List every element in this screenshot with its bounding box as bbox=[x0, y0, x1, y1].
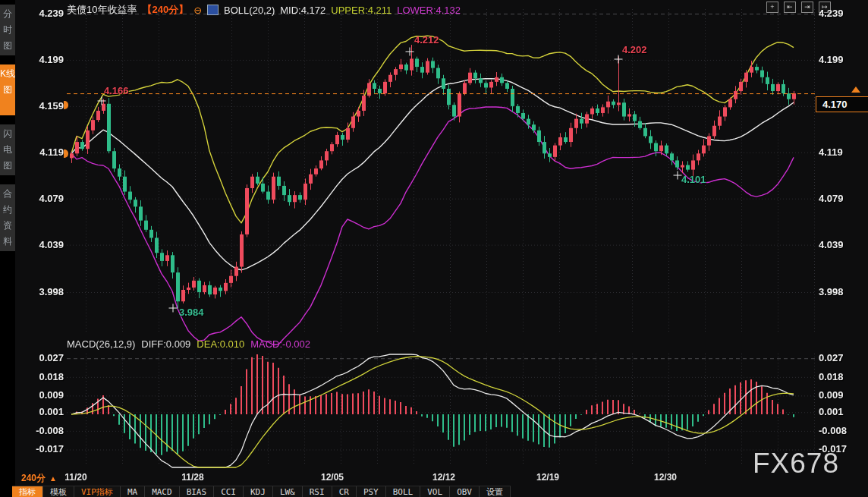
price-axis-label: 4.119 bbox=[18, 146, 64, 159]
macd-header: MACD(26,12,9) DIFF:0.009 DEA:0.010 MACD:… bbox=[67, 338, 310, 350]
annotation-high: 4.202 bbox=[622, 44, 647, 55]
price-axis-label: 3.998 bbox=[18, 286, 64, 298]
macd-axis-label: 0.001 bbox=[18, 406, 64, 418]
price-axis-label: 4.079 bbox=[819, 193, 864, 205]
high-cross-marker bbox=[98, 97, 106, 105]
macd-axis-label: 0.027 bbox=[819, 352, 864, 364]
toolbar-tab-indicators[interactable]: 指标 bbox=[12, 486, 43, 497]
toolbar-tab-vip-indicators[interactable]: VIP指标 bbox=[74, 486, 121, 497]
annotation-high: 4.166 bbox=[104, 85, 129, 96]
macd-params-label: MACD(26,12,9) bbox=[67, 338, 135, 350]
toolbar-item-cr[interactable]: CR bbox=[332, 486, 357, 497]
toolbar-item-vol[interactable]: VOL bbox=[420, 486, 450, 497]
boll-params-label: BOLL(20,2) bbox=[224, 5, 275, 16]
price-axis-label: 4.199 bbox=[18, 54, 64, 66]
macd-axis-label: 0.018 bbox=[819, 371, 864, 383]
price-axis-label: 4.119 bbox=[819, 146, 864, 159]
chart-header: 美债10年收益率 【240分】 ⊖ BOLL(20,2) MID:4.172 U… bbox=[67, 4, 461, 16]
macd-axis-label: 0.027 bbox=[18, 352, 64, 364]
toolbar-item-cci[interactable]: CCI bbox=[214, 486, 244, 497]
axis-scale-left-icon[interactable]: ⇤ bbox=[784, 2, 796, 13]
sidebar-tab-time-chart[interactable]: 分时图 bbox=[0, 5, 15, 55]
axis-scale-right-icon[interactable]: ⇥ bbox=[801, 2, 813, 13]
candlestick-chart-canvas[interactable] bbox=[0, 0, 868, 497]
annotation-high: 4.212 bbox=[414, 34, 439, 46]
macd-axis-label: -0.017 bbox=[18, 443, 64, 455]
price-axis-label: 4.239 bbox=[819, 8, 864, 20]
toolbar-item-obv[interactable]: OBV bbox=[450, 486, 480, 497]
boll-mid-value: MID:4.172 bbox=[280, 5, 326, 16]
macd-axis-label: 0.001 bbox=[819, 406, 864, 418]
macd-axis-label: 0.018 bbox=[18, 371, 64, 383]
sidebar-tab-kline-chart[interactable]: K线图 bbox=[0, 64, 15, 115]
high-cross-marker bbox=[406, 48, 414, 56]
price-axis-label: 4.039 bbox=[18, 239, 64, 251]
price-axis-label: 4.039 bbox=[819, 239, 864, 251]
toolbar-item-ma[interactable]: MA bbox=[121, 486, 145, 497]
left-sidebar: 分时图 K线图 闪电图 合约资料 bbox=[0, 0, 15, 497]
date-axis-label: 12/05 bbox=[321, 472, 344, 483]
toolbar-item-bias[interactable]: BIAS bbox=[180, 486, 215, 497]
price-marker-arrow-icon bbox=[851, 87, 860, 93]
macd-dea-value: DEA:0.010 bbox=[197, 338, 244, 350]
date-axis-label: 12/19 bbox=[536, 472, 559, 483]
price-axis-label: 4.159 bbox=[18, 100, 64, 112]
chart-application-window: 分时图 K线图 闪电图 合约资料 美债10年收益率 【240分】 ⊖ BOLL(… bbox=[0, 0, 868, 497]
period-label: 【240分】 bbox=[142, 3, 188, 17]
date-axis-label: 11/28 bbox=[181, 472, 203, 483]
toolbar-item-boll[interactable]: BOLL bbox=[386, 486, 421, 497]
annotation-low: 4.101 bbox=[681, 174, 706, 185]
period-arrow-icon: ▲ bbox=[49, 474, 57, 483]
macd-axis-label: -0.008 bbox=[819, 425, 864, 437]
low-cross-marker bbox=[674, 171, 682, 180]
boll-lower-value: LOWER:4.132 bbox=[397, 5, 461, 16]
toolbar-item-settings[interactable]: 设置 bbox=[480, 486, 511, 497]
macd-hist-value: MACD:-0.002 bbox=[250, 338, 310, 350]
annotation-low: 3.984 bbox=[179, 307, 204, 318]
indicator-toolbar: 指标 模板 VIP指标 MA MACD BIAS CCI KDJ LW& RSI… bbox=[12, 486, 511, 497]
price-axis-label: 4.239 bbox=[18, 8, 64, 20]
date-axis-label: 11/20 bbox=[64, 472, 86, 483]
date-axis-label: 12/30 bbox=[654, 472, 677, 483]
period-selector[interactable]: 240分▲ bbox=[21, 472, 57, 485]
toolbar-item-rsi[interactable]: RSI bbox=[303, 486, 332, 497]
sidebar-tab-contract-info[interactable]: 合约资料 bbox=[0, 184, 15, 251]
toolbar-item-macd[interactable]: MACD bbox=[145, 486, 180, 497]
collapse-icon[interactable]: ⊖ bbox=[193, 5, 202, 16]
toolbar-item-psy[interactable]: PSY bbox=[357, 486, 386, 497]
low-cross-marker bbox=[169, 304, 178, 313]
current-price-marker: 4.170 bbox=[816, 96, 868, 112]
toolbar-item-lwr[interactable]: LW& bbox=[273, 486, 303, 497]
macd-axis-label: 0.009 bbox=[819, 389, 864, 401]
sidebar-tab-flash-chart[interactable]: 闪电图 bbox=[0, 124, 15, 175]
x-axis-strip: 240分▲ 11/20 11/28 12/05 12/12 12/19 12/3… bbox=[0, 468, 868, 486]
toolbar-item-kdj[interactable]: KDJ bbox=[244, 486, 273, 497]
macd-diff-value: DIFF:0.009 bbox=[141, 338, 190, 350]
price-axis-label: 4.199 bbox=[819, 54, 864, 66]
fx678-watermark: FX678 bbox=[753, 448, 839, 480]
date-axis-label: 12/12 bbox=[432, 472, 455, 483]
boll-upper-value: UPPER:4.211 bbox=[331, 5, 392, 16]
mini-chart-icon bbox=[207, 5, 219, 15]
symbol-title: 美债10年收益率 bbox=[67, 3, 137, 17]
move-icon[interactable]: + bbox=[766, 2, 778, 13]
macd-axis-label: -0.008 bbox=[18, 425, 64, 437]
toolbar-tab-templates[interactable]: 模板 bbox=[43, 486, 74, 497]
price-axis-label: 4.079 bbox=[18, 193, 64, 205]
price-axis-label: 3.998 bbox=[819, 286, 864, 298]
macd-axis-label: 0.009 bbox=[18, 389, 64, 401]
high-cross-marker bbox=[615, 55, 623, 64]
